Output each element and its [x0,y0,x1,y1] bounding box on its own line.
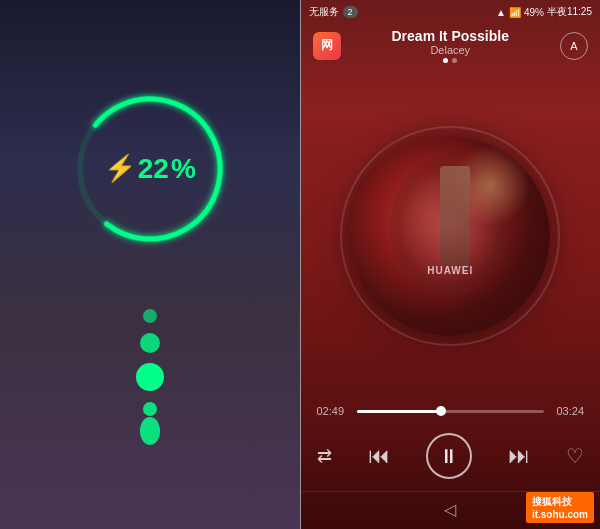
battery-percent: 22 [138,153,169,185]
next-icon: ⏭ [508,443,530,469]
time-label: 半夜11:25 [547,5,592,19]
wifi-icon: ▲ [496,7,506,18]
charging-dot-large [136,363,164,391]
indicator-dot-1 [443,58,448,63]
person-icon [130,401,170,451]
indicator-dot-2 [452,58,457,63]
song-title: Dream It Possible [341,28,561,44]
progress-thumb [436,406,446,416]
time-total: 03:24 [552,405,584,417]
right-panel: 无服务 2 ▲ 📶 49% 半夜11:25 网 Dream It Possibl… [301,0,601,529]
charging-dot-medium [140,333,160,353]
charging-dots [130,309,170,451]
progress-bar[interactable] [357,410,545,413]
battery-unit: % [171,153,196,185]
music-mode-icon[interactable]: A [560,32,588,60]
music-app-icon[interactable]: 网 [313,32,341,60]
progress-section: 02:49 03:24 [301,405,601,429]
status-left: 无服务 2 [309,5,358,19]
next-button[interactable]: ⏭ [508,443,530,469]
progress-fill [357,410,441,413]
svg-point-3 [140,417,160,445]
bolt-icon: ⚡ [104,153,136,184]
service-label: 无服务 [309,5,339,19]
signal-icon: 📶 [509,7,521,18]
app-icon-label: 网 [321,37,333,54]
heart-button[interactable]: ♡ [566,444,584,468]
nebula-pillar [440,166,470,266]
pause-button[interactable]: ⏸ [426,433,472,479]
status-right: ▲ 📶 49% 半夜11:25 [496,5,592,19]
prev-button[interactable]: ⏮ [368,443,390,469]
album-art: HUAWEI [350,136,550,336]
battery-circle-container: ⚡ 22 % [60,79,240,259]
heart-icon: ♡ [566,445,584,467]
status-bar: 无服务 2 ▲ 📶 49% 半夜11:25 [301,0,601,24]
svg-point-2 [143,402,157,416]
shuffle-icon: ⇄ [317,445,332,467]
charging-dot-small [143,309,157,323]
pause-icon: ⏸ [439,445,459,468]
controls-section: ⇄ ⏮ ⏸ ⏭ ♡ [301,429,601,491]
battery-text: ⚡ 22 % [104,153,196,185]
back-icon: ◁ [444,501,456,518]
album-art-container: HUAWEI [301,67,601,405]
album-art-inner: HUAWEI [350,136,550,336]
mode-label: A [570,40,577,52]
prev-icon: ⏮ [368,443,390,469]
music-title-section: Dream It Possible Delacey [341,28,561,63]
battery-status: 49% [524,7,544,18]
progress-bar-container: 02:49 03:24 [317,405,585,417]
back-button[interactable]: ◁ [444,500,456,519]
dots-indicator [341,58,561,63]
huawei-logo: HUAWEI [427,265,473,276]
left-panel: ⚡ 22 % [0,0,300,529]
time-current: 02:49 [317,405,349,417]
song-artist: Delacey [341,44,561,56]
watermark: 搜狐科技it.sohu.com [526,492,594,523]
service-badge: 2 [343,6,358,18]
shuffle-button[interactable]: ⇄ [317,445,332,467]
music-header: 网 Dream It Possible Delacey A [301,24,601,67]
